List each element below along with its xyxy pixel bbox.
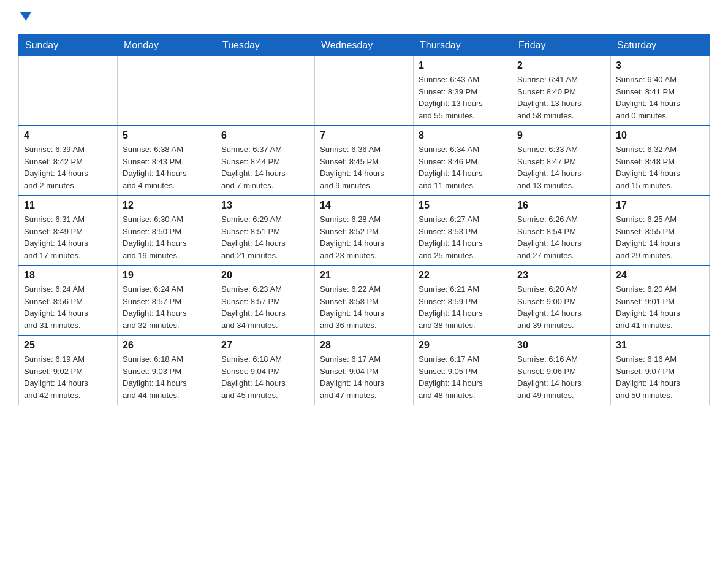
calendar-day-cell: 16Sunrise: 6:26 AM Sunset: 8:54 PM Dayli…	[512, 196, 611, 266]
calendar-day-cell: 23Sunrise: 6:20 AM Sunset: 9:00 PM Dayli…	[512, 266, 611, 335]
calendar-week-row: 4Sunrise: 6:39 AM Sunset: 8:42 PM Daylig…	[19, 126, 710, 196]
calendar-day-cell: 21Sunrise: 6:22 AM Sunset: 8:58 PM Dayli…	[315, 266, 414, 335]
day-number: 13	[221, 200, 309, 211]
column-header-thursday: Thursday	[414, 35, 512, 56]
day-info: Sunrise: 6:40 AM Sunset: 8:41 PM Dayligh…	[616, 74, 704, 121]
day-number: 8	[419, 130, 507, 141]
calendar-day-cell: 15Sunrise: 6:27 AM Sunset: 8:53 PM Dayli…	[414, 196, 512, 266]
day-info: Sunrise: 6:24 AM Sunset: 8:57 PM Dayligh…	[123, 283, 211, 331]
day-info: Sunrise: 6:31 AM Sunset: 8:49 PM Dayligh…	[24, 213, 112, 261]
day-info: Sunrise: 6:19 AM Sunset: 9:02 PM Dayligh…	[24, 353, 112, 401]
calendar-week-row: 18Sunrise: 6:24 AM Sunset: 8:56 PM Dayli…	[19, 266, 710, 335]
day-info: Sunrise: 6:20 AM Sunset: 9:00 PM Dayligh…	[517, 283, 605, 331]
calendar-day-cell: 4Sunrise: 6:39 AM Sunset: 8:42 PM Daylig…	[19, 126, 118, 196]
calendar-day-cell: 18Sunrise: 6:24 AM Sunset: 8:56 PM Dayli…	[19, 266, 118, 335]
day-number: 28	[320, 340, 408, 351]
calendar-day-cell	[118, 56, 216, 126]
calendar-day-cell: 28Sunrise: 6:17 AM Sunset: 9:04 PM Dayli…	[315, 335, 414, 405]
calendar-day-cell: 12Sunrise: 6:30 AM Sunset: 8:50 PM Dayli…	[118, 196, 216, 266]
calendar-day-cell: 14Sunrise: 6:28 AM Sunset: 8:52 PM Dayli…	[315, 196, 414, 266]
calendar-day-cell: 2Sunrise: 6:41 AM Sunset: 8:40 PM Daylig…	[512, 56, 611, 126]
day-info: Sunrise: 6:38 AM Sunset: 8:43 PM Dayligh…	[123, 144, 211, 191]
day-info: Sunrise: 6:26 AM Sunset: 8:54 PM Dayligh…	[517, 213, 605, 261]
day-info: Sunrise: 6:34 AM Sunset: 8:46 PM Dayligh…	[419, 144, 507, 191]
day-number: 11	[24, 200, 112, 211]
calendar-day-cell: 19Sunrise: 6:24 AM Sunset: 8:57 PM Dayli…	[118, 266, 216, 335]
calendar-week-row: 1Sunrise: 6:43 AM Sunset: 8:39 PM Daylig…	[19, 56, 710, 126]
day-info: Sunrise: 6:28 AM Sunset: 8:52 PM Dayligh…	[320, 213, 408, 261]
day-info: Sunrise: 6:21 AM Sunset: 8:59 PM Dayligh…	[419, 283, 507, 331]
day-number: 2	[517, 60, 605, 71]
day-info: Sunrise: 6:20 AM Sunset: 9:01 PM Dayligh…	[616, 283, 704, 331]
calendar-day-cell: 20Sunrise: 6:23 AM Sunset: 8:57 PM Dayli…	[216, 266, 315, 335]
logo-triangle-icon	[20, 12, 31, 21]
calendar-day-cell: 24Sunrise: 6:20 AM Sunset: 9:01 PM Dayli…	[611, 266, 710, 335]
calendar-day-cell: 17Sunrise: 6:25 AM Sunset: 8:55 PM Dayli…	[611, 196, 710, 266]
day-number: 12	[123, 200, 211, 211]
day-number: 21	[320, 270, 408, 281]
page-header	[18, 12, 710, 22]
day-number: 6	[221, 130, 309, 141]
calendar-week-row: 25Sunrise: 6:19 AM Sunset: 9:02 PM Dayli…	[19, 335, 710, 405]
calendar-day-cell: 26Sunrise: 6:18 AM Sunset: 9:03 PM Dayli…	[118, 335, 216, 405]
day-number: 30	[517, 340, 605, 351]
calendar-day-cell: 5Sunrise: 6:38 AM Sunset: 8:43 PM Daylig…	[118, 126, 216, 196]
day-info: Sunrise: 6:37 AM Sunset: 8:44 PM Dayligh…	[221, 144, 309, 191]
calendar-day-cell: 6Sunrise: 6:37 AM Sunset: 8:44 PM Daylig…	[216, 126, 315, 196]
calendar-day-cell: 11Sunrise: 6:31 AM Sunset: 8:49 PM Dayli…	[19, 196, 118, 266]
calendar-day-cell: 1Sunrise: 6:43 AM Sunset: 8:39 PM Daylig…	[414, 56, 512, 126]
day-info: Sunrise: 6:25 AM Sunset: 8:55 PM Dayligh…	[616, 213, 704, 261]
calendar-day-cell	[315, 56, 414, 126]
day-info: Sunrise: 6:33 AM Sunset: 8:47 PM Dayligh…	[517, 144, 605, 191]
column-header-wednesday: Wednesday	[315, 35, 414, 56]
day-info: Sunrise: 6:32 AM Sunset: 8:48 PM Dayligh…	[616, 144, 704, 191]
day-number: 27	[221, 340, 309, 351]
day-number: 20	[221, 270, 309, 281]
calendar-day-cell: 13Sunrise: 6:29 AM Sunset: 8:51 PM Dayli…	[216, 196, 315, 266]
day-number: 26	[123, 340, 211, 351]
calendar-day-cell: 22Sunrise: 6:21 AM Sunset: 8:59 PM Dayli…	[414, 266, 512, 335]
day-info: Sunrise: 6:27 AM Sunset: 8:53 PM Dayligh…	[419, 213, 507, 261]
column-header-saturday: Saturday	[611, 35, 710, 56]
day-info: Sunrise: 6:36 AM Sunset: 8:45 PM Dayligh…	[320, 144, 408, 191]
day-number: 29	[419, 340, 507, 351]
column-header-friday: Friday	[512, 35, 611, 56]
day-info: Sunrise: 6:17 AM Sunset: 9:05 PM Dayligh…	[419, 353, 507, 401]
day-info: Sunrise: 6:24 AM Sunset: 8:56 PM Dayligh…	[24, 283, 112, 331]
day-number: 1	[419, 60, 507, 71]
calendar-day-cell: 30Sunrise: 6:16 AM Sunset: 9:06 PM Dayli…	[512, 335, 611, 405]
calendar-day-cell: 3Sunrise: 6:40 AM Sunset: 8:41 PM Daylig…	[611, 56, 710, 126]
day-info: Sunrise: 6:29 AM Sunset: 8:51 PM Dayligh…	[221, 213, 309, 261]
column-header-tuesday: Tuesday	[216, 35, 315, 56]
calendar-day-cell: 31Sunrise: 6:16 AM Sunset: 9:07 PM Dayli…	[611, 335, 710, 405]
day-info: Sunrise: 6:17 AM Sunset: 9:04 PM Dayligh…	[320, 353, 408, 401]
calendar-day-cell: 9Sunrise: 6:33 AM Sunset: 8:47 PM Daylig…	[512, 126, 611, 196]
day-info: Sunrise: 6:39 AM Sunset: 8:42 PM Dayligh…	[24, 144, 112, 191]
calendar-day-cell	[19, 56, 118, 126]
day-number: 19	[123, 270, 211, 281]
day-number: 18	[24, 270, 112, 281]
day-number: 16	[517, 200, 605, 211]
day-number: 3	[616, 60, 704, 71]
day-info: Sunrise: 6:18 AM Sunset: 9:03 PM Dayligh…	[123, 353, 211, 401]
day-number: 9	[517, 130, 605, 141]
calendar-week-row: 11Sunrise: 6:31 AM Sunset: 8:49 PM Dayli…	[19, 196, 710, 266]
day-info: Sunrise: 6:22 AM Sunset: 8:58 PM Dayligh…	[320, 283, 408, 331]
day-number: 5	[123, 130, 211, 141]
day-info: Sunrise: 6:41 AM Sunset: 8:40 PM Dayligh…	[517, 74, 605, 121]
calendar-day-cell: 25Sunrise: 6:19 AM Sunset: 9:02 PM Dayli…	[19, 335, 118, 405]
day-number: 31	[616, 340, 704, 351]
calendar-day-cell: 29Sunrise: 6:17 AM Sunset: 9:05 PM Dayli…	[414, 335, 512, 405]
day-number: 22	[419, 270, 507, 281]
day-info: Sunrise: 6:18 AM Sunset: 9:04 PM Dayligh…	[221, 353, 309, 401]
day-info: Sunrise: 6:30 AM Sunset: 8:50 PM Dayligh…	[123, 213, 211, 261]
day-number: 15	[419, 200, 507, 211]
calendar-table: SundayMondayTuesdayWednesdayThursdayFrid…	[18, 34, 710, 405]
calendar-day-cell	[216, 56, 315, 126]
day-info: Sunrise: 6:16 AM Sunset: 9:07 PM Dayligh…	[616, 353, 704, 401]
day-number: 10	[616, 130, 704, 141]
calendar-header-row: SundayMondayTuesdayWednesdayThursdayFrid…	[19, 35, 710, 56]
logo	[18, 12, 31, 22]
day-number: 24	[616, 270, 704, 281]
calendar-day-cell: 8Sunrise: 6:34 AM Sunset: 8:46 PM Daylig…	[414, 126, 512, 196]
